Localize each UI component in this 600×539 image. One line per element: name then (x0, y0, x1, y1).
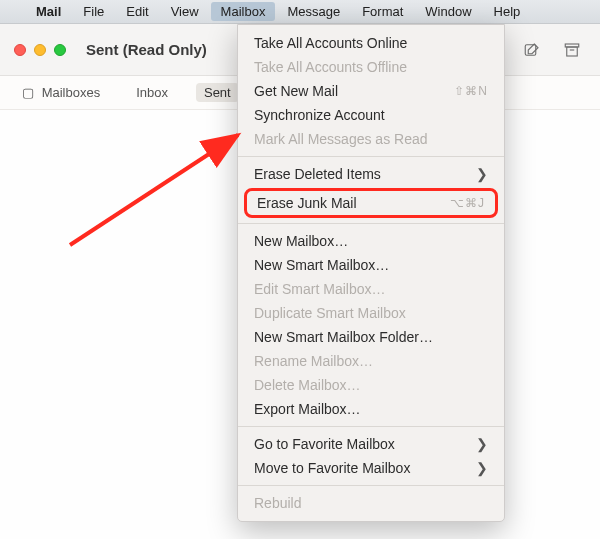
menubar-item-message[interactable]: Message (277, 2, 350, 21)
menu-item-label: Take All Accounts Online (254, 35, 407, 51)
menubar-item-format[interactable]: Format (352, 2, 413, 21)
menu-item-export-mailbox[interactable]: Export Mailbox… (238, 397, 504, 421)
menu-item-label: Take All Accounts Offline (254, 59, 407, 75)
svg-rect-2 (567, 47, 578, 56)
menu-item-label: Export Mailbox… (254, 401, 361, 417)
menu-item-label: New Smart Mailbox Folder… (254, 329, 433, 345)
menu-item-get-new-mail[interactable]: Get New Mail ⇧⌘N (238, 79, 504, 103)
menu-item-move-favorite[interactable]: Move to Favorite Mailbox ❯ (238, 456, 504, 480)
menu-item-label: Synchronize Account (254, 107, 385, 123)
menu-item-new-smart-folder[interactable]: New Smart Mailbox Folder… (238, 325, 504, 349)
menu-item-erase-junk[interactable]: Erase Junk Mail ⌥⌘J (247, 191, 495, 215)
close-window-button[interactable] (14, 44, 26, 56)
menu-item-label: Erase Deleted Items (254, 166, 381, 182)
submenu-chevron-icon: ❯ (476, 460, 488, 476)
menu-item-go-favorite[interactable]: Go to Favorite Mailbox ❯ (238, 432, 504, 456)
menu-item-rename-mailbox: Rename Mailbox… (238, 349, 504, 373)
menu-separator (238, 156, 504, 157)
menubar-item-view[interactable]: View (161, 2, 209, 21)
window-title: Sent (Read Only) (86, 41, 207, 58)
menu-item-shortcut: ⌥⌘J (450, 196, 485, 210)
favorites-mailboxes-label: Mailboxes (42, 85, 101, 100)
menu-item-label: New Smart Mailbox… (254, 257, 389, 273)
menu-item-label: Rebuild (254, 495, 301, 511)
menu-item-sync-account[interactable]: Synchronize Account (238, 103, 504, 127)
menu-item-delete-mailbox: Delete Mailbox… (238, 373, 504, 397)
menubar-item-window[interactable]: Window (415, 2, 481, 21)
menu-separator (238, 426, 504, 427)
menu-item-label: Duplicate Smart Mailbox (254, 305, 406, 321)
menu-item-new-mailbox[interactable]: New Mailbox… (238, 229, 504, 253)
favorites-mailboxes[interactable]: ▢ Mailboxes (14, 83, 108, 102)
menu-item-rebuild: Rebuild (238, 491, 504, 515)
menu-item-label: Delete Mailbox… (254, 377, 361, 393)
menu-item-label: Move to Favorite Mailbox (254, 460, 410, 476)
archive-icon[interactable] (558, 36, 586, 64)
menubar-item-mail[interactable]: Mail (26, 2, 71, 21)
submenu-chevron-icon: ❯ (476, 436, 488, 452)
menu-item-duplicate-smart-mailbox: Duplicate Smart Mailbox (238, 301, 504, 325)
menubar-item-file[interactable]: File (73, 2, 114, 21)
menu-item-mark-all-read: Mark All Messages as Read (238, 127, 504, 151)
favorites-item-sent[interactable]: Sent (196, 83, 239, 102)
menubar-item-mailbox[interactable]: Mailbox (211, 2, 276, 21)
menu-item-take-online[interactable]: Take All Accounts Online (238, 31, 504, 55)
menu-item-label: Erase Junk Mail (257, 195, 357, 211)
system-menubar: Mail File Edit View Mailbox Message Form… (0, 0, 600, 24)
menu-item-label: Get New Mail (254, 83, 338, 99)
menu-item-take-offline: Take All Accounts Offline (238, 55, 504, 79)
menu-item-edit-smart-mailbox: Edit Smart Mailbox… (238, 277, 504, 301)
menu-item-new-smart-mailbox[interactable]: New Smart Mailbox… (238, 253, 504, 277)
menu-separator (238, 485, 504, 486)
mailboxes-icon: ▢ (22, 85, 34, 100)
submenu-chevron-icon: ❯ (476, 166, 488, 182)
mailbox-dropdown-menu: Take All Accounts Online Take All Accoun… (237, 24, 505, 522)
menu-item-erase-deleted[interactable]: Erase Deleted Items ❯ (238, 162, 504, 186)
menubar-item-help[interactable]: Help (484, 2, 531, 21)
minimize-window-button[interactable] (34, 44, 46, 56)
menu-separator (238, 223, 504, 224)
menu-item-label: Go to Favorite Mailbox (254, 436, 395, 452)
menu-item-shortcut: ⇧⌘N (454, 84, 488, 98)
menu-item-label: Edit Smart Mailbox… (254, 281, 385, 297)
compose-icon[interactable] (518, 36, 546, 64)
window-controls (14, 44, 66, 56)
highlight-annotation: Erase Junk Mail ⌥⌘J (244, 188, 498, 218)
menubar-item-edit[interactable]: Edit (116, 2, 158, 21)
menu-item-label: Mark All Messages as Read (254, 131, 428, 147)
menu-item-label: New Mailbox… (254, 233, 348, 249)
favorites-item-inbox[interactable]: Inbox (128, 83, 176, 102)
menu-item-label: Rename Mailbox… (254, 353, 373, 369)
zoom-window-button[interactable] (54, 44, 66, 56)
